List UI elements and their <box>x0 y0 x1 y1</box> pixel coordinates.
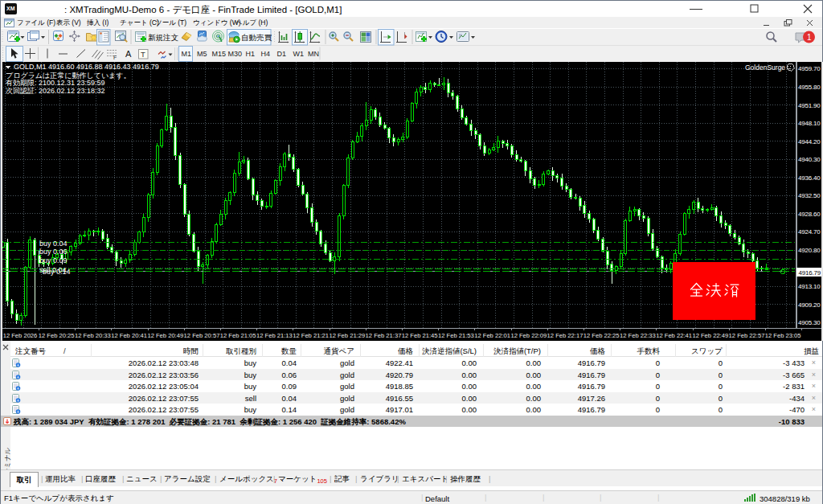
svg-text:12 Feb 20:25: 12 Feb 20:25 <box>39 332 75 339</box>
svg-text:MN: MN <box>308 50 319 58</box>
svg-text:4959.70: 4959.70 <box>798 65 821 72</box>
svg-text:T: T <box>141 50 145 59</box>
svg-text:4909.20: 4909.20 <box>798 301 821 309</box>
svg-text:4928.60: 4928.60 <box>798 211 821 218</box>
svg-text:12 Feb 22:33: 12 Feb 22:33 <box>620 332 656 339</box>
svg-text:4955.80: 4955.80 <box>798 84 821 91</box>
svg-text:12 Feb 2026: 12 Feb 2026 <box>3 332 38 339</box>
svg-text:新規注文: 新規注文 <box>148 33 179 42</box>
svg-text:12 Feb 20:57: 12 Feb 20:57 <box>184 332 220 339</box>
svg-text:12 Feb 22:49: 12 Feb 22:49 <box>692 332 728 339</box>
svg-text:4940.30: 4940.30 <box>798 156 821 163</box>
svg-text:12 Feb 22:09: 12 Feb 22:09 <box>510 332 547 339</box>
svg-text:12 Feb 21:13: 12 Feb 21:13 <box>256 332 293 339</box>
svg-text:GOLD,M1 4916.60 4916.88 4916.: GOLD,M1 4916.60 4916.88 4916.43 4916.79 <box>14 63 159 71</box>
svg-text:4936.40: 4936.40 <box>798 174 821 182</box>
svg-text:自動売買: 自動売買 <box>241 33 272 42</box>
svg-text:12 Feb 23:05: 12 Feb 23:05 <box>765 332 801 339</box>
svg-text:12 Feb 21:29: 12 Feb 21:29 <box>329 332 365 339</box>
svg-text:12 Feb 21:53: 12 Feb 21:53 <box>438 332 474 339</box>
svg-text:12 Feb 21:05: 12 Feb 21:05 <box>220 332 256 339</box>
svg-text:1: 1 <box>807 33 812 42</box>
svg-text:F: F <box>113 55 117 60</box>
svg-text:12 Feb 20:41: 12 Feb 20:41 <box>111 332 147 339</box>
svg-text:H4: H4 <box>261 50 271 58</box>
svg-text:4944.20: 4944.20 <box>798 138 821 145</box>
svg-text:12 Feb 22:01: 12 Feb 22:01 <box>474 332 510 339</box>
svg-text:4913.10: 4913.10 <box>798 283 821 290</box>
svg-text:12 Feb 22:41: 12 Feb 22:41 <box>656 332 692 339</box>
svg-text:buy 0.06: buy 0.06 <box>39 248 68 256</box>
svg-text:M5: M5 <box>197 50 207 58</box>
svg-text:4905.30: 4905.30 <box>798 319 821 326</box>
svg-text:4948.10: 4948.10 <box>798 120 821 127</box>
svg-text:12 Feb 22:17: 12 Feb 22:17 <box>547 332 583 339</box>
svg-text:buy 0.04: buy 0.04 <box>39 240 68 248</box>
svg-text:4920.80: 4920.80 <box>798 247 821 254</box>
svg-text:12 Feb 21:45: 12 Feb 21:45 <box>402 332 438 339</box>
svg-text:GoldenSurge: GoldenSurge <box>745 64 785 72</box>
svg-text:W1: W1 <box>293 50 305 58</box>
svg-text:4951.90: 4951.90 <box>798 102 821 109</box>
svg-text:M15: M15 <box>212 50 227 58</box>
svg-text:H1: H1 <box>246 50 256 58</box>
svg-text:M1: M1 <box>182 50 192 58</box>
svg-text:12 Feb 20:49: 12 Feb 20:49 <box>147 332 183 339</box>
svg-text:12 Feb 20:33: 12 Feb 20:33 <box>75 332 111 339</box>
svg-text:buy 0.14: buy 0.14 <box>43 268 71 276</box>
svg-text:D1: D1 <box>277 50 287 58</box>
svg-text:4932.50: 4932.50 <box>798 192 821 199</box>
svg-text:4924.70: 4924.70 <box>798 228 821 236</box>
svg-text:有効期限: 2100.12.31 23:59:59: 有効期限: 2100.12.31 23:59:59 <box>5 79 105 87</box>
svg-text:4916.79: 4916.79 <box>799 269 821 277</box>
svg-text:プログラムは正常に動作しています。: プログラムは正常に動作しています。 <box>6 72 131 80</box>
svg-text:12 Feb 21:21: 12 Feb 21:21 <box>293 332 329 339</box>
svg-text:12 Feb 21:37: 12 Feb 21:37 <box>366 332 402 339</box>
svg-text:12 Feb 22:57: 12 Feb 22:57 <box>729 332 765 339</box>
svg-text:A: A <box>125 49 132 59</box>
svg-text:buy 0.09: buy 0.09 <box>39 256 68 264</box>
svg-text:M30: M30 <box>228 50 243 58</box>
svg-text:次回認証: 2026.02.12 23:18:32: 次回認証: 2026.02.12 23:18:32 <box>6 87 105 95</box>
svg-text:12 Feb 22:25: 12 Feb 22:25 <box>583 332 620 339</box>
